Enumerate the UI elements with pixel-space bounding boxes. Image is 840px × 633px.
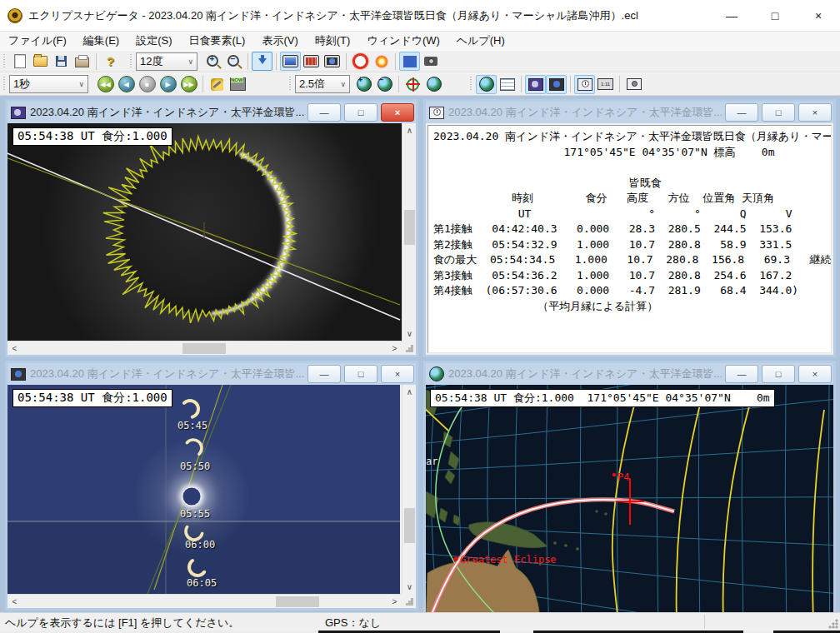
field-of-view-select[interactable]: 12度∨ <box>136 52 198 71</box>
child-close-button[interactable]: × <box>798 103 832 122</box>
jump-start-button[interactable]: ◀◀ <box>95 75 116 94</box>
scroll-thumb[interactable] <box>404 508 415 543</box>
time-settings-button[interactable] <box>207 75 228 94</box>
minimize-button[interactable]: — <box>710 0 753 32</box>
data-window-toggle[interactable] <box>497 75 518 94</box>
save-file-button[interactable] <box>51 52 72 71</box>
data-window-titlebar[interactable]: 2023.04.20 南インド洋・インドネシア・太平洋金環皆... — □ × <box>426 102 833 123</box>
play-icon: ▶ <box>160 76 177 92</box>
zoom-in-button[interactable]: + <box>202 52 223 71</box>
sky-path-canvas[interactable]: 05:54:38 UT 食分:1.000 <box>8 385 400 594</box>
scroll-thumb[interactable] <box>404 210 415 245</box>
child-maximize-button[interactable]: □ <box>762 103 795 122</box>
child-maximize-button[interactable]: □ <box>344 365 378 383</box>
map-zoom-out-button[interactable]: − <box>374 75 395 94</box>
child-close-button[interactable]: × <box>381 103 414 122</box>
map-zoom-select[interactable]: 2.5倍∨ <box>295 75 350 93</box>
vertical-scrollbar[interactable]: ∧ ∨ <box>402 385 416 594</box>
map-settings-button[interactable] <box>423 75 444 94</box>
scroll-thumb[interactable] <box>276 596 319 607</box>
time-step-select[interactable]: 1秒∨ <box>9 75 88 93</box>
toolbar-grip[interactable] <box>129 54 133 69</box>
resize-grip[interactable] <box>402 341 416 355</box>
menu-eclipse-elements[interactable]: 日食要素(L) <box>181 32 254 50</box>
scroll-up-arrow[interactable]: ∧ <box>402 123 417 137</box>
corona-mode-button[interactable] <box>371 52 392 71</box>
child-minimize-button[interactable]: — <box>725 103 758 122</box>
eclipse-map-canvas[interactable]: 05:54:38 UT 食分:1.000 171°05'45"E 04°35'0… <box>426 385 833 612</box>
horizontal-scrollbar[interactable]: < > <box>8 341 402 355</box>
annular-eclipse-mode-button[interactable] <box>350 52 371 71</box>
status-divider <box>704 615 705 629</box>
menu-view[interactable]: 表示(V) <box>253 32 306 50</box>
child-close-button[interactable]: × <box>381 365 414 383</box>
menu-time[interactable]: 時刻(T) <box>307 32 359 50</box>
totality-moon-disk <box>183 488 201 506</box>
eclipse-simulation-canvas[interactable]: 05:54:38 UT 食分:1.000 <box>8 123 402 341</box>
scroll-down-arrow[interactable]: ∨ <box>402 326 417 341</box>
toolbar-grip[interactable] <box>288 77 292 92</box>
camera-window-toggle[interactable] <box>623 75 644 94</box>
scroll-right-arrow[interactable]: > <box>388 595 402 609</box>
scroll-left-arrow[interactable]: < <box>8 341 22 356</box>
child-maximize-button[interactable]: □ <box>344 103 378 122</box>
clock-window-icon <box>578 78 592 91</box>
vertical-scrollbar[interactable]: ∧ ∨ <box>402 123 416 341</box>
close-button[interactable]: × <box>797 0 840 32</box>
set-time-now-button[interactable] <box>228 75 248 94</box>
eclipse-graphic <box>8 123 402 341</box>
toolbar-grip[interactable] <box>469 77 473 92</box>
zoom-out-button[interactable]: − <box>223 52 244 71</box>
menu-settings[interactable]: 設定(S) <box>128 32 180 50</box>
child-minimize-button[interactable]: — <box>308 365 341 383</box>
sky-window-titlebar[interactable]: 2023.04.20 南インド洋・インドネシア・太平洋金環皆... — □ × <box>8 363 416 385</box>
child-close-button[interactable]: × <box>798 365 832 383</box>
scroll-up-arrow[interactable]: ∧ <box>402 385 417 399</box>
main-titlebar[interactable]: エクリプスナビゲータ - 2023.04.20 南インド洋・インドネシア・太平洋… <box>0 0 840 32</box>
horizontal-scrollbar[interactable]: < > <box>8 594 402 608</box>
map-window-titlebar[interactable]: 2023.04.20 南インド洋・インドネシア・太平洋金環皆... — □ × <box>426 363 833 385</box>
menu-file[interactable]: ファイル(F) <box>0 32 75 50</box>
contact-times-panel[interactable]: 2023.04.20 南インド洋・インドネシア・太平洋金環皆既日食（月縁あり・マ… <box>428 125 832 353</box>
step-forward-button[interactable]: ▶▶ <box>178 75 199 94</box>
scroll-down-arrow[interactable]: ∨ <box>402 580 417 594</box>
toolbar-separator <box>570 76 571 92</box>
scroll-left-arrow[interactable]: < <box>8 595 22 609</box>
load-eclipse-elements-button[interactable] <box>252 52 272 71</box>
eclipse-window-titlebar[interactable]: 2023.04.20 南インド洋・インドネシア・太平洋金環皆... — □ × <box>8 102 416 123</box>
stop-button[interactable]: ■ <box>137 75 158 94</box>
open-file-button[interactable] <box>30 52 51 71</box>
scroll-right-arrow[interactable]: > <box>388 341 402 356</box>
eclipse-window-toggle[interactable] <box>546 75 567 94</box>
resize-grip[interactable] <box>402 594 416 608</box>
new-document-button[interactable] <box>9 52 30 71</box>
scroll-thumb[interactable] <box>182 343 226 354</box>
map-window-toggle[interactable] <box>476 75 497 94</box>
toolbar-grip[interactable] <box>2 54 7 69</box>
play-button[interactable]: ▶ <box>158 75 178 94</box>
time-panel-toggle[interactable]: 1:11 <box>595 75 616 94</box>
menu-window[interactable]: ウィンドウ(W) <box>358 32 448 50</box>
open-folder-icon <box>33 56 48 67</box>
print-button[interactable] <box>72 52 92 71</box>
help-button[interactable]: ? <box>100 52 121 71</box>
child-minimize-button[interactable]: — <box>725 365 758 383</box>
grid-overlay-toggle-button[interactable] <box>399 52 420 71</box>
child-minimize-button[interactable]: — <box>308 103 341 122</box>
window-resize-grip[interactable] <box>828 619 838 629</box>
sky-window-toggle[interactable] <box>525 75 546 94</box>
view-mode-normal-button[interactable] <box>280 52 301 71</box>
toolbar-grip[interactable] <box>2 77 7 92</box>
menu-help[interactable]: ヘルプ(H) <box>448 32 513 50</box>
center-target-button[interactable] <box>402 75 423 94</box>
map-zoom-in-button[interactable]: + <box>353 75 374 94</box>
view-mode-circle-button[interactable] <box>322 52 342 71</box>
child-maximize-button[interactable]: □ <box>762 365 795 383</box>
view-mode-grid-button[interactable] <box>301 52 322 71</box>
menu-edit[interactable]: 編集(E) <box>75 32 128 50</box>
clock-window-toggle[interactable] <box>574 75 595 94</box>
step-back-button[interactable]: ◀ <box>116 75 137 94</box>
maximize-button[interactable]: □ <box>753 0 797 32</box>
wrench-icon <box>211 78 223 91</box>
capture-image-button[interactable] <box>420 52 441 71</box>
